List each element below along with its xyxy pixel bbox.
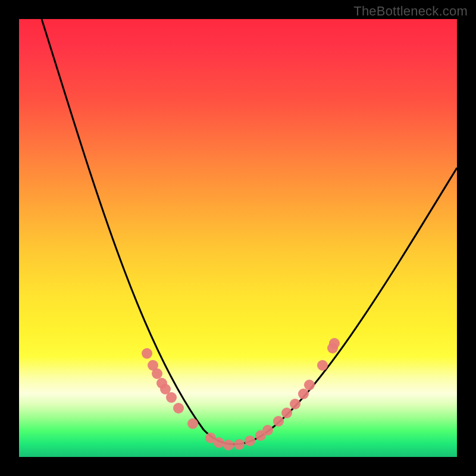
scatter-dot: [262, 425, 273, 436]
scatter-dot: [304, 380, 315, 390]
scatter-dot: [298, 389, 309, 399]
bottleneck-curve: [42, 19, 457, 444]
scatter-dot: [234, 439, 245, 450]
scatter-dot: [290, 399, 300, 409]
scatter-dot: [142, 348, 152, 359]
scatter-dot: [317, 360, 328, 371]
scatter-dot: [152, 368, 162, 379]
scatter-dot: [245, 436, 255, 446]
scatter-dot: [214, 437, 224, 448]
watermark-text: TheBottleneck.com: [353, 4, 468, 19]
chart-svg: [19, 19, 457, 457]
scatter-dot: [173, 403, 184, 414]
scatter-dot: [187, 418, 198, 429]
chart-frame: TheBottleneck.com: [0, 0, 476, 476]
scatter-dot: [329, 338, 340, 349]
scatter-dot: [223, 440, 234, 450]
scatter-dot: [166, 392, 177, 403]
scatter-dot: [273, 416, 284, 427]
plot-area: [19, 19, 457, 457]
scatter-points: [142, 338, 340, 450]
scatter-dot: [281, 408, 292, 418]
